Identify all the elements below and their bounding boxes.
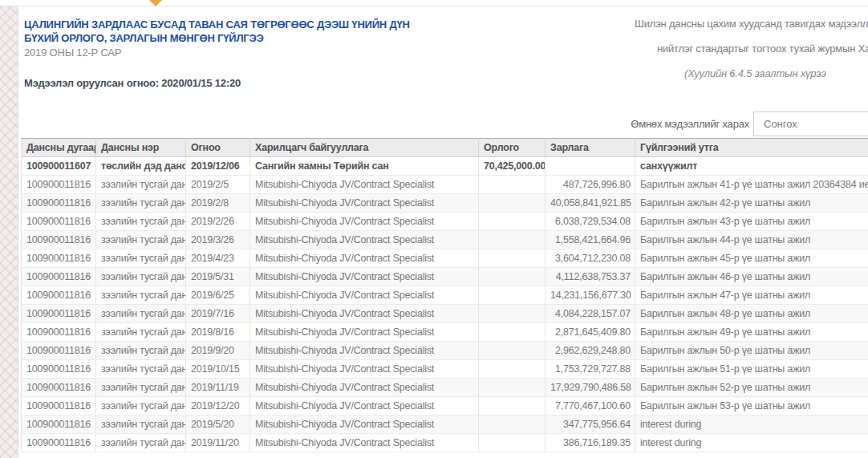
cell-date: 2019/10/15 [186, 360, 250, 379]
cell-income [479, 194, 546, 213]
cell-date: 2019/8/16 [186, 323, 250, 342]
cell-date: 2019/11/19 [186, 379, 250, 397]
table-row: 100900011816зээлийн тусгай данс2019/6/25… [22, 286, 868, 305]
column-header-partner: Харилцагч байгууллага [250, 139, 479, 157]
cell-partner: Mitsubishi-Chiyoda JV/Contract Specialis… [250, 231, 479, 249]
cell-expense: 40,058,841,921.85 [546, 194, 635, 213]
cell-account: 100900011816 [22, 176, 96, 194]
cell-account: 100900011607 [22, 157, 96, 176]
cell-expense: 1,558,421,664.96 [546, 231, 635, 249]
table-row: 100900011816зээлийн тусгай данс2019/10/1… [22, 360, 868, 379]
cell-account: 100900011816 [22, 213, 96, 231]
notice-line-2: нийтлэг стандартыг тогтоох тухай журмын … [657, 43, 868, 55]
cell-expense [546, 157, 635, 176]
cell-expense: 1,753,729,727.88 [546, 360, 635, 379]
cell-account: 100900011816 [22, 360, 96, 379]
cell-date: 2019/4/23 [186, 249, 250, 268]
cell-partner: Mitsubishi-Chiyoda JV/Contract Specialis… [250, 194, 479, 213]
cell-name: зээлийн тусгай данс [96, 415, 186, 434]
cell-name: зээлийн тусгай данс [96, 434, 186, 452]
cell-account: 100900011816 [22, 305, 96, 323]
cell-account: 100900011816 [22, 286, 96, 305]
cell-date: 2019/11/20 [186, 434, 250, 452]
cell-income [479, 415, 546, 434]
table-row: 100900011816зээлийн тусгай данс2019/3/26… [22, 231, 868, 249]
cell-income [479, 213, 546, 231]
cell-partner: Mitsubishi-Chiyoda JV/Contract Specialis… [250, 360, 479, 379]
column-header-name: Дансны нэр [96, 139, 186, 157]
cell-expense: 347,775,956.64 [546, 415, 635, 434]
cell-account: 100900011816 [22, 194, 96, 213]
cell-desc: Барилгын ажлын 51-р үе шатны ажил [635, 360, 868, 379]
cell-income [479, 176, 546, 194]
cell-name: зээлийн тусгай данс [96, 176, 186, 194]
cell-name: зээлийн тусгай данс [96, 194, 186, 213]
glass-account-report-page: { "colors": { "accent_blue": "#1e4fa1", … [0, 0, 868, 458]
cell-account: 100900011816 [22, 249, 96, 268]
cell-date: 2019/2/5 [186, 176, 250, 194]
cell-partner: Mitsubishi-Chiyoda JV/Contract Specialis… [250, 286, 479, 305]
cell-name: зээлийн тусгай данс [96, 268, 186, 286]
cell-partner: Mitsubishi-Chiyoda JV/Contract Specialis… [250, 379, 479, 397]
column-header-date: Огноо [186, 139, 250, 157]
cell-partner: Mitsubishi-Chiyoda JV/Contract Specialis… [250, 415, 479, 434]
table-row: 100900011816зээлийн тусгай данс2019/7/16… [22, 305, 868, 323]
cell-desc: Барилгын ажлын 46-р үе шатны ажил [635, 268, 868, 286]
cell-income [479, 268, 546, 286]
cell-desc: Барилгын ажлын 50-р үе шатны ажил [635, 342, 868, 360]
cell-name: зээлийн тусгай данс [96, 342, 186, 360]
cell-desc: Барилгын ажлын 53-р үе шатны ажил [635, 397, 868, 415]
cell-desc: Барилгын ажлын 45-р үе шатны ажил [635, 249, 868, 268]
cell-desc: interest during [635, 434, 868, 452]
cell-account: 100900011816 [22, 323, 96, 342]
cell-expense: 4,112,638,753.37 [546, 268, 635, 286]
cell-name: зээлийн тусгай данс [96, 286, 186, 305]
cell-income [479, 286, 546, 305]
cell-partner: Mitsubishi-Chiyoda JV/Contract Specialis… [250, 323, 479, 342]
table-row: 100900011816зээлийн тусгай данс2019/2/26… [22, 213, 868, 231]
notice-line-3: (Хуулийн 6.4.5 заалтын хүрээ [684, 67, 826, 79]
previous-report-label: Өмнөх мэдээллийг харах [500, 118, 749, 130]
column-header-expense: Зарлага [546, 139, 635, 157]
cell-account: 100900011816 [22, 434, 96, 452]
cell-expense: 2,962,629,248.80 [546, 342, 635, 360]
cell-account: 100900011816 [22, 397, 96, 415]
previous-report-select-value: Сонгох [764, 118, 797, 130]
cell-income [479, 323, 546, 342]
cell-desc: Барилгын ажлын 47-р үе шатны ажил [635, 286, 868, 305]
cell-account: 100900011816 [22, 231, 96, 249]
cell-date: 2019/2/26 [186, 213, 250, 231]
cell-name: зээлийн тусгай данс [96, 249, 186, 268]
cell-desc: Барилгын ажлын 52-р үе шатны ажил [635, 379, 868, 397]
cell-name: зээлийн тусгай данс [96, 231, 186, 249]
cell-partner: Mitsubishi-Chiyoda JV/Contract Specialis… [250, 213, 479, 231]
cell-income [479, 434, 546, 452]
cell-date: 2019/12/20 [186, 397, 250, 415]
cell-account: 100900011816 [22, 379, 96, 397]
dropdown-caret-icon [149, 0, 162, 6]
cell-partner: Mitsubishi-Chiyoda JV/Contract Specialis… [250, 397, 479, 415]
cell-desc: Барилгын ажлын 48-р үе шатны ажил [635, 305, 868, 323]
previous-report-select[interactable]: Сонгох [753, 111, 868, 136]
cell-partner: Mitsubishi-Chiyoda JV/Contract Specialis… [250, 176, 479, 194]
cell-date: 2019/5/31 [186, 268, 250, 286]
table-row: 100900011816зээлийн тусгай данс2019/5/31… [22, 268, 868, 286]
cell-income [479, 342, 546, 360]
column-header-account: Дансны дугаар [22, 139, 96, 157]
cell-partner: Mitsubishi-Chiyoda JV/Contract Specialis… [250, 268, 479, 286]
cell-income [479, 397, 546, 415]
cell-name: зээлийн тусгай данс [96, 360, 186, 379]
table-header: Дансны дугаарДансны нэрОгнооХарилцагч ба… [22, 139, 868, 157]
cell-account: 100900011816 [22, 415, 96, 434]
table-row: 100900011816зээлийн тусгай данс2019/4/23… [22, 249, 868, 268]
cell-expense: 2,871,645,409.80 [546, 323, 635, 342]
cell-partner: Mitsubishi-Chiyoda JV/Contract Specialis… [250, 342, 479, 360]
cell-expense: 6,038,729,534.08 [546, 213, 635, 231]
column-header-income: Орлого [479, 139, 546, 157]
cell-date: 2019/7/16 [186, 305, 250, 323]
cell-name: зээлийн тусгай данс [96, 213, 186, 231]
cell-date: 2019/2/8 [186, 194, 250, 213]
cell-expense: 17,929,790,486.58 [546, 379, 635, 397]
cell-income [479, 360, 546, 379]
cell-name: зээлийн тусгай данс [96, 379, 186, 397]
